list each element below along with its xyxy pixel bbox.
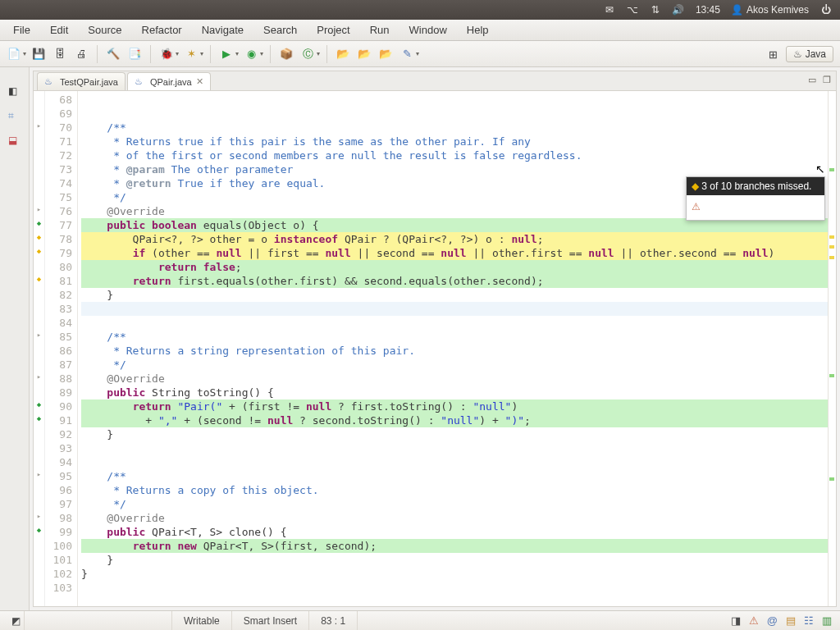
menu-refactor[interactable]: Refactor: [134, 21, 190, 39]
save-all-button[interactable]: 🗄: [51, 45, 69, 63]
editor-tab[interactable]: ♨QPair.java✕: [127, 72, 211, 90]
print-button[interactable]: 🖨: [72, 45, 90, 63]
editor-area: ♨TestQPair.java♨QPair.java✕ ▭ ❐ 68697071…: [33, 71, 837, 607]
line-numbers: 6869707172737475767778798081828384858687…: [45, 91, 78, 606]
code-line[interactable]: + "," + (second != null ? second.toStrin…: [81, 413, 828, 427]
code-line[interactable]: [81, 581, 828, 595]
code-editor[interactable]: 6869707172737475767778798081828384858687…: [34, 91, 836, 606]
java-file-icon: ♨: [135, 76, 146, 88]
code-line[interactable]: /**: [81, 330, 828, 344]
code-line[interactable]: */: [81, 358, 828, 372]
run-config-button[interactable]: ✶: [182, 45, 200, 63]
package-explorer-icon[interactable]: ⌗: [8, 110, 21, 123]
code-line[interactable]: public String toString() {: [81, 386, 828, 399]
menu-window[interactable]: Window: [401, 21, 455, 39]
perspective-switcher: ⊞ ♨ Java: [765, 45, 833, 63]
menu-project[interactable]: Project: [308, 21, 358, 39]
code-line[interactable]: }: [81, 553, 828, 567]
java-file-icon: ♨: [44, 76, 56, 88]
save-button[interactable]: 💾: [30, 45, 48, 63]
menu-run[interactable]: Run: [362, 21, 398, 39]
code-line[interactable]: * Returns a string representation of thi…: [81, 344, 828, 358]
editor-tab[interactable]: ♨TestQPair.java: [37, 72, 126, 90]
code-line[interactable]: [81, 316, 828, 330]
search-button[interactable]: ✎: [398, 45, 416, 63]
build-button[interactable]: 🔨: [104, 45, 122, 63]
clock[interactable]: 13:45: [696, 4, 720, 16]
user-icon: 👤: [732, 4, 743, 16]
network-icon[interactable]: ⇅: [650, 4, 661, 16]
menu-file[interactable]: File: [5, 21, 39, 39]
open-perspective-button[interactable]: ⊞: [765, 45, 783, 63]
bluetooth-icon[interactable]: ⌥: [627, 4, 638, 16]
power-icon[interactable]: ⏻: [820, 4, 832, 16]
menu-navigate[interactable]: Navigate: [194, 21, 252, 39]
java-perspective[interactable]: ♨ Java: [786, 46, 833, 62]
code-line[interactable]: if (other == null || first == null || se…: [81, 246, 828, 260]
code-line[interactable]: public QPair<T, S> clone() {: [81, 525, 828, 539]
code-line[interactable]: @Override: [81, 372, 828, 386]
restore-icon[interactable]: ◧: [8, 85, 21, 98]
code-line[interactable]: [81, 441, 828, 455]
editor-tabs: ♨TestQPair.java♨QPair.java✕: [34, 71, 836, 91]
trim-icon[interactable]: ◩: [0, 611, 25, 630]
open-type-button[interactable]: 📂: [334, 45, 352, 63]
new-class-button[interactable]: Ⓒ: [299, 45, 317, 63]
overview-ruler[interactable]: [828, 91, 836, 606]
junit-icon[interactable]: ⬓: [8, 135, 21, 148]
code-line[interactable]: * Returns true if this pair is the same …: [81, 135, 828, 148]
problems-icon[interactable]: ⚠: [749, 614, 759, 627]
code-line[interactable]: [81, 93, 828, 107]
code-line[interactable]: return new QPair<T, S>(first, second);: [81, 539, 828, 553]
outline-icon[interactable]: ☷: [804, 614, 814, 627]
toggle-button[interactable]: 📑: [126, 45, 144, 63]
code-line[interactable]: * of the first or second members are nul…: [81, 148, 828, 162]
maximize-icon[interactable]: ▭: [808, 75, 816, 85]
source-code[interactable]: /** * Returns true if this pair is the s…: [78, 91, 828, 606]
code-line[interactable]: * @param The other parameter: [81, 162, 828, 176]
code-line[interactable]: return first.equals(other.first) && seco…: [81, 274, 828, 288]
warning-icon: ⚠: [692, 201, 701, 212]
javadoc-icon[interactable]: @: [767, 614, 778, 627]
volume-icon[interactable]: 🔊: [673, 4, 684, 16]
menu-help[interactable]: Help: [459, 21, 497, 39]
code-line[interactable]: return "Pair(" + (first != null ? first.…: [81, 399, 828, 413]
left-trim: ◧ ⌗ ⬓: [0, 67, 30, 610]
code-line[interactable]: }: [81, 427, 828, 441]
open-task-button[interactable]: 📂: [355, 45, 373, 63]
main-toolbar: 📄▾ 💾 🗄 🖨 🔨 📑 🐞▾ ✶▾ ▶▾ ◉▾ 📦 Ⓒ▾ 📂 📂 📂 ✎▾: [0, 41, 840, 67]
code-line[interactable]: /**: [81, 121, 828, 135]
code-line[interactable]: /**: [81, 469, 828, 483]
marker-bar: [34, 91, 45, 606]
code-line[interactable]: return false;: [81, 260, 828, 274]
code-line[interactable]: @Override: [81, 511, 828, 525]
code-line[interactable]: [81, 302, 828, 316]
status-bar: ◩ Writable Smart Insert 83 : 1 ◨ ⚠ @ ▤ ☷…: [0, 610, 840, 630]
debug-button[interactable]: 🐞: [158, 45, 176, 63]
tab-label: TestQPair.java: [60, 77, 118, 87]
menu-edit[interactable]: Edit: [42, 21, 76, 39]
declaration-icon[interactable]: ▤: [786, 614, 796, 627]
code-line[interactable]: [81, 107, 828, 121]
status-position: 83 : 1: [309, 611, 358, 630]
new-package-button[interactable]: 📦: [277, 45, 295, 63]
menu-search[interactable]: Search: [255, 21, 305, 39]
menu-source[interactable]: Source: [80, 21, 130, 39]
code-line[interactable]: QPair<?, ?> other = o instanceof QPair ?…: [81, 232, 828, 246]
user-menu[interactable]: 👤 Akos Kemives: [732, 4, 809, 16]
restore-view-icon[interactable]: ◨: [731, 614, 741, 627]
minimize-icon[interactable]: ❐: [823, 75, 831, 85]
code-line[interactable]: */: [81, 497, 828, 511]
code-line[interactable]: }: [81, 567, 828, 581]
code-line[interactable]: * Returns a copy of this object.: [81, 483, 828, 497]
code-line[interactable]: }: [81, 288, 828, 302]
status-mode: Smart Insert: [232, 611, 309, 630]
coverage-button[interactable]: ◉: [242, 45, 260, 63]
new-button[interactable]: 📄: [5, 45, 23, 63]
open-resource-button[interactable]: 📂: [377, 45, 395, 63]
coverage-view-icon[interactable]: ▥: [822, 614, 832, 627]
mail-icon[interactable]: ✉: [604, 4, 615, 16]
close-icon[interactable]: ✕: [196, 76, 203, 87]
code-line[interactable]: [81, 455, 828, 469]
run-button[interactable]: ▶: [217, 45, 235, 63]
